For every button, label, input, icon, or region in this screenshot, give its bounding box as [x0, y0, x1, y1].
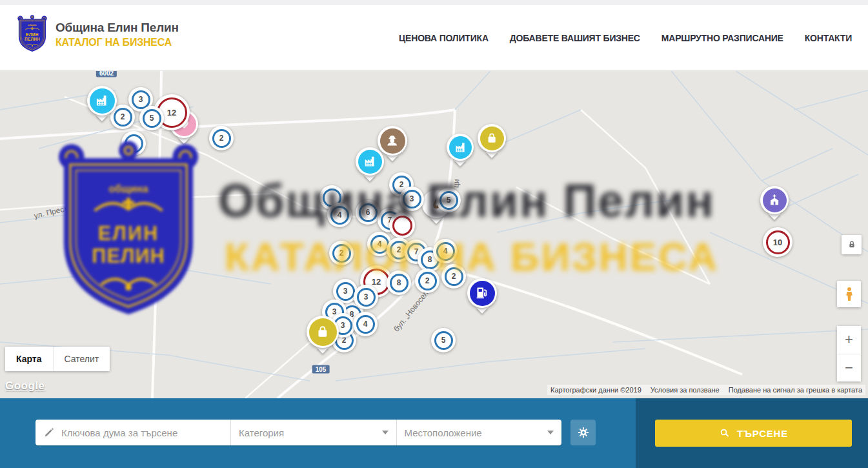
attribution-report-link[interactable]: Подаване на сигнал за грешка в картата	[729, 386, 862, 394]
nav-add-business[interactable]: ДОБАВЕТЕ ВАШИЯТ БИЗНЕС	[510, 33, 640, 43]
map-attribution: Картографски данни ©2019 Условия за полз…	[547, 385, 865, 395]
factory-pin[interactable]	[87, 86, 117, 116]
search-bar: ТЪРСЕНЕ Категория Местоположение	[0, 398, 868, 468]
site-logo[interactable]: Община Елин Пелин КАТАЛОГ НА БИЗНЕСА	[17, 14, 179, 54]
search-icon	[719, 427, 731, 439]
factory-pin[interactable]	[447, 134, 474, 161]
cluster-marker[interactable]: 5	[139, 106, 164, 130]
lock-icon	[847, 239, 857, 250]
logo-text: Община Елин Пелин КАТАЛОГ НА БИЗНЕСА	[56, 21, 179, 48]
streetview-lock-button[interactable]	[842, 235, 862, 254]
site-name: Община Елин Пелин	[56, 21, 179, 35]
cluster-marker[interactable]: 2	[209, 126, 234, 150]
search-button-label: ТЪРСЕНЕ	[737, 428, 788, 439]
keyword-field	[35, 420, 230, 445]
fuel-pin[interactable]	[467, 278, 497, 308]
bag-pin[interactable]	[307, 316, 339, 348]
search-button[interactable]: ТЪРСЕНЕ	[655, 420, 852, 447]
attribution-terms-link[interactable]: Условия за ползване	[651, 386, 720, 394]
pencil-icon	[43, 427, 55, 438]
page: Община Елин Пелин КАТАЛОГ НА БИЗНЕСА ЦЕН…	[0, 0, 868, 468]
top-strip	[0, 0, 868, 5]
cluster-marker[interactable]: 10	[763, 227, 792, 257]
road-badge: 6002	[96, 71, 117, 77]
category-select-value: Категория	[239, 427, 284, 438]
google-logo[interactable]: Google	[5, 380, 45, 392]
advanced-search-button[interactable]	[570, 420, 596, 445]
road-badge: 105	[312, 365, 330, 374]
watermark-subtitle: КАТАЛОГ НА БИЗНЕСА	[225, 234, 719, 280]
zoom-in-button[interactable]: +	[837, 326, 861, 354]
watermark-title: Община Елин Пелин	[218, 174, 715, 227]
chevron-down-icon	[547, 431, 554, 434]
factory-pin[interactable]	[356, 147, 384, 176]
cluster-marker[interactable]: 3	[354, 285, 378, 309]
map-type-satellite-button[interactable]: Сателит	[53, 347, 110, 371]
location-select[interactable]: Местоположение	[396, 420, 562, 445]
pegman-control[interactable]	[837, 281, 861, 307]
chevron-down-icon	[382, 431, 389, 434]
gear-icon	[577, 426, 590, 439]
zoom-control: + −	[837, 326, 861, 382]
nav-contacts[interactable]: КОНТАКТИ	[805, 33, 852, 43]
cluster-marker[interactable]: 5	[431, 328, 456, 352]
nav-route-schedule[interactable]: МАРШРУТНО РАЗПИСАНИЕ	[661, 33, 783, 43]
keyword-input[interactable]	[61, 427, 223, 438]
site-header: Община Елин Пелин КАТАЛОГ НА БИЗНЕСА ЦЕН…	[0, 5, 868, 71]
municipality-crest-icon	[17, 14, 48, 54]
site-tagline: КАТАЛОГ НА БИЗНЕСА	[56, 37, 179, 48]
attribution-copyright: Картографски данни ©2019	[550, 386, 641, 394]
map-type-map-button[interactable]: Карта	[5, 347, 53, 371]
pegman-icon	[841, 285, 858, 304]
main-nav: ЦЕНОВА ПОЛИТИКА ДОБАВЕТЕ ВАШИЯТ БИЗНЕС М…	[399, 5, 852, 71]
search-bar-right-panel: ТЪРСЕНЕ	[636, 398, 868, 468]
nav-pricing[interactable]: ЦЕНОВА ПОЛИТИКА	[399, 33, 489, 43]
map[interactable]: 1232522356744278422122883332345106002105…	[0, 71, 868, 398]
category-select[interactable]: Категория	[230, 420, 396, 445]
zoom-out-button[interactable]: −	[837, 354, 861, 382]
map-type-control: Карта Сателит	[5, 347, 110, 371]
cluster-marker[interactable]: 4	[353, 312, 378, 336]
church-pin[interactable]	[760, 186, 789, 214]
search-inputs-group: Категория Местоположение	[35, 420, 561, 445]
watermark-crest	[55, 139, 202, 327]
location-select-value: Местоположение	[405, 427, 482, 438]
bag-pin[interactable]	[478, 124, 506, 152]
